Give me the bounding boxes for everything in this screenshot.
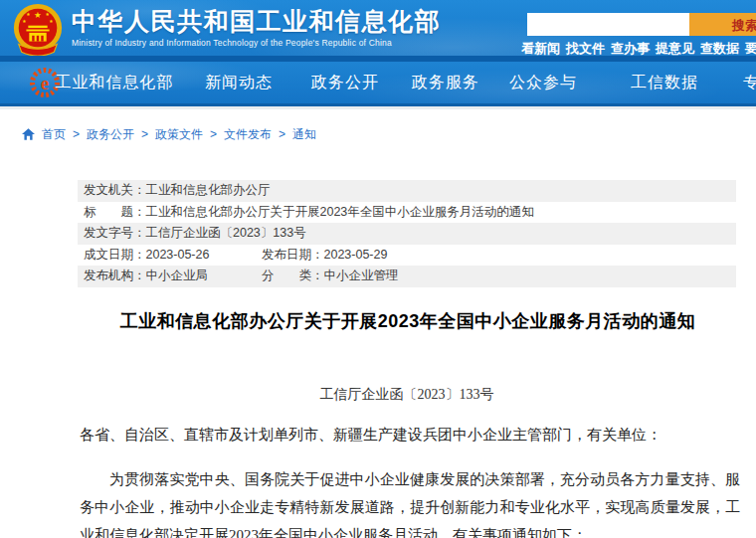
document-meta-table: 发文机关： 工业和信息化部办公厅 标 题： 工业和信息化部办公厅关于开展2023… bbox=[78, 180, 736, 287]
home-icon bbox=[22, 128, 35, 140]
nav-item-participation[interactable]: 公众参与 bbox=[509, 62, 577, 103]
svg-text:★: ★ bbox=[22, 19, 26, 24]
meta-value: 工业和信息化部办公厅关于开展2023年全国中小企业服务月活动的通知 bbox=[146, 204, 534, 221]
national-emblem-icon: ★ ★ ★ ★ ★ bbox=[12, 3, 64, 57]
meta-col2: 分 类： 中小企业管理 bbox=[262, 266, 399, 287]
document-number: 工信厅企业函〔2023〕133号 bbox=[78, 386, 736, 404]
breadcrumb-home[interactable]: 首页 bbox=[42, 126, 66, 143]
svg-text:★: ★ bbox=[49, 19, 53, 24]
breadcrumb-separator: > bbox=[210, 127, 217, 141]
table-row: 发布机构： 中小企业局 分 类： 中小企业管理 bbox=[78, 266, 736, 287]
nav-item-gov-services[interactable]: 政务服务 bbox=[412, 62, 479, 103]
meta-label: 发布机构： bbox=[84, 268, 146, 284]
meta-value: 2023-05-29 bbox=[324, 248, 388, 262]
site-title: 中华人民共和国工业和信息化部 bbox=[72, 7, 441, 35]
svg-text:★: ★ bbox=[45, 12, 49, 17]
table-row: 发文字号： 工信厅企业函〔2023〕133号 bbox=[78, 223, 736, 245]
breadcrumb-separator: > bbox=[73, 127, 80, 141]
body-paragraph: 为贯彻落实党中央、国务院关于促进中小企业健康发展的决策部署，充分动员各方力量支持… bbox=[80, 465, 740, 538]
meta-label: 发文机关： bbox=[84, 182, 146, 199]
svg-text:★: ★ bbox=[34, 10, 42, 20]
document-body: 各省、自治区、直辖市及计划单列市、新疆生产建设兵团中小企业主管部门，有关单位： … bbox=[80, 421, 740, 538]
meta-value: 工业和信息化部办公厅 bbox=[146, 182, 271, 199]
breadcrumb: 首页 > 政务公开 > 政策文件 > 文件发布 > 通知 bbox=[22, 120, 316, 148]
meta-label: 分 类： bbox=[262, 268, 324, 284]
table-row: 发文机关： 工业和信息化部办公厅 bbox=[78, 180, 736, 202]
meta-label: 标 题： bbox=[84, 204, 146, 221]
table-row: 标 题： 工业和信息化部办公厅关于开展2023年全国中小企业服务月活动的通知 bbox=[78, 202, 736, 224]
body-paragraph: 各省、自治区、直辖市及计划单列市、新疆生产建设兵团中小企业主管部门，有关单位： bbox=[80, 421, 740, 448]
svg-text:★: ★ bbox=[26, 12, 30, 17]
meta-value: 中小企业局 bbox=[146, 268, 209, 284]
breadcrumb-notice[interactable]: 通知 bbox=[292, 126, 316, 143]
search-button[interactable]: 搜索 bbox=[689, 13, 756, 36]
breadcrumb-gov-info[interactable]: 政务公开 bbox=[87, 126, 134, 143]
meta-label: 发文字号： bbox=[84, 225, 146, 242]
meta-value: 2023-05-26 bbox=[146, 248, 210, 262]
meta-value: 工信厅企业函〔2023〕133号 bbox=[146, 225, 306, 242]
breadcrumb-separator: > bbox=[279, 127, 285, 141]
table-row: 成文日期： 2023-05-26 发布日期： 2023-05-29 bbox=[78, 245, 736, 267]
breadcrumb-policy-docs[interactable]: 政策文件 bbox=[155, 126, 203, 143]
site-header: ★ ★ ★ ★ ★ 中华人民共和国工业和信息化部 Ministry of Ind… bbox=[0, 0, 756, 56]
site-title-block: 中华人民共和国工业和信息化部 Ministry of Industry and … bbox=[72, 7, 441, 48]
nav-item-gov-info[interactable]: 政务公开 bbox=[311, 62, 379, 103]
breadcrumb-doc-release[interactable]: 文件发布 bbox=[224, 126, 272, 143]
svg-text:e: e bbox=[41, 73, 49, 93]
nav-item-topics[interactable]: 专题 bbox=[743, 62, 756, 103]
nav-item-news[interactable]: 新闻动态 bbox=[205, 62, 273, 103]
nav-item-data[interactable]: 工信数据 bbox=[631, 62, 698, 103]
page: ★ ★ ★ ★ ★ 中华人民共和国工业和信息化部 Ministry of Ind… bbox=[0, 0, 756, 538]
meta-value: 中小企业管理 bbox=[324, 268, 399, 284]
page-title: 工业和信息化部办公厅关于开展2023年全国中小企业服务月活动的通知 bbox=[60, 309, 756, 333]
meta-label: 成文日期： bbox=[84, 247, 146, 264]
meta-label: 发布日期： bbox=[262, 247, 324, 264]
nav-item-miit[interactable]: 工业和信息化部 bbox=[56, 62, 174, 103]
nav-underline bbox=[0, 106, 756, 109]
site-subtitle: Ministry of Industry and Information Tec… bbox=[72, 38, 441, 48]
breadcrumb-separator: > bbox=[141, 127, 148, 141]
search-input[interactable] bbox=[527, 13, 689, 36]
meta-col2: 发布日期： 2023-05-29 bbox=[262, 245, 387, 267]
main-nav: e 工业和信息化部 新闻动态 政务公开 政务服务 公众参与 工信数据 专题 bbox=[0, 62, 756, 103]
